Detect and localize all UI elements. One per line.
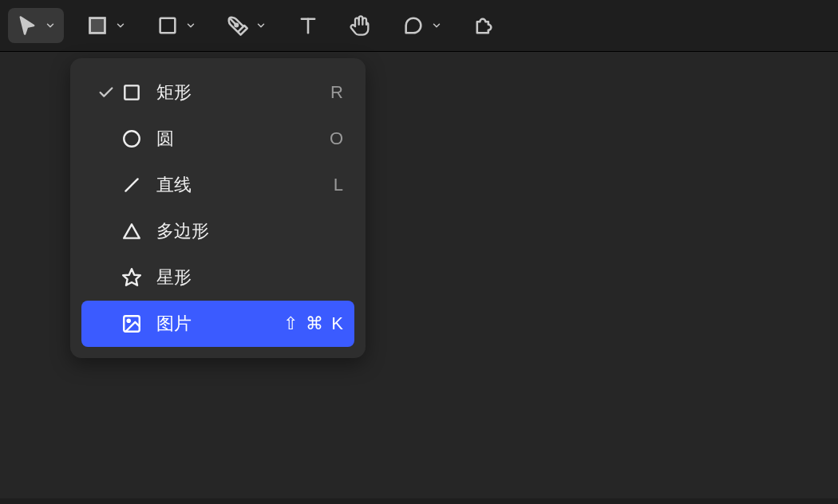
rectangle-icon: [156, 14, 179, 37]
check-icon: [91, 84, 121, 101]
canvas-area[interactable]: 矩形 R 圆 O 直线 L 多边形: [0, 52, 838, 498]
chevron-down-icon: [185, 20, 196, 31]
triangle-icon: [121, 221, 156, 242]
frame-icon: [86, 14, 109, 37]
svg-rect-8: [125, 85, 138, 99]
select-tool[interactable]: [8, 8, 64, 43]
menu-shortcut: O: [330, 128, 345, 149]
line-icon: [121, 175, 156, 195]
svg-marker-11: [124, 224, 140, 238]
toolbar: [0, 0, 838, 52]
svg-rect-2: [160, 18, 176, 33]
menu-label: 多边形: [156, 219, 345, 243]
menu-label: 直线: [156, 173, 334, 197]
chevron-down-icon: [255, 20, 267, 31]
star-icon: [121, 267, 156, 288]
menu-shortcut: ⇧ ⌘ K: [283, 313, 345, 334]
chevron-down-icon: [45, 20, 56, 31]
menu-item-rectangle[interactable]: 矩形 R: [81, 69, 354, 116]
comment-icon: [402, 14, 425, 37]
comment-tool[interactable]: [394, 8, 450, 43]
plugin-tool[interactable]: [464, 8, 503, 43]
menu-item-line[interactable]: 直线 L: [81, 162, 354, 208]
plugin-icon: [472, 14, 495, 37]
square-icon: [121, 82, 156, 103]
svg-point-3: [235, 24, 239, 27]
menu-shortcut: L: [334, 175, 345, 195]
frame-tool[interactable]: [78, 8, 134, 43]
menu-item-circle[interactable]: 圆 O: [81, 116, 354, 162]
menu-item-star[interactable]: 星形: [81, 254, 354, 301]
image-icon: [121, 313, 156, 334]
svg-point-14: [128, 320, 130, 322]
chevron-down-icon: [115, 20, 126, 31]
text-icon: [297, 14, 319, 37]
menu-item-image[interactable]: 图片 ⇧ ⌘ K: [81, 301, 354, 347]
circle-icon: [121, 128, 156, 149]
hand-icon: [350, 14, 372, 37]
svg-line-10: [125, 179, 137, 191]
svg-rect-1: [90, 18, 105, 33]
menu-shortcut: R: [330, 82, 345, 103]
menu-label: 星形: [156, 266, 345, 289]
hand-tool[interactable]: [342, 8, 380, 43]
svg-point-9: [124, 131, 140, 147]
chevron-down-icon: [431, 20, 442, 31]
shape-tool[interactable]: [148, 8, 204, 43]
cursor-icon: [16, 14, 38, 37]
menu-item-polygon[interactable]: 多边形: [81, 208, 354, 254]
pen-tool[interactable]: [219, 8, 275, 43]
menu-label: 矩形: [156, 81, 330, 104]
shape-dropdown: 矩形 R 圆 O 直线 L 多边形: [70, 58, 366, 358]
menu-label: 图片: [156, 312, 283, 336]
svg-marker-12: [123, 269, 140, 285]
menu-label: 圆: [156, 127, 330, 151]
pen-icon: [227, 14, 249, 37]
text-tool[interactable]: [289, 8, 327, 43]
